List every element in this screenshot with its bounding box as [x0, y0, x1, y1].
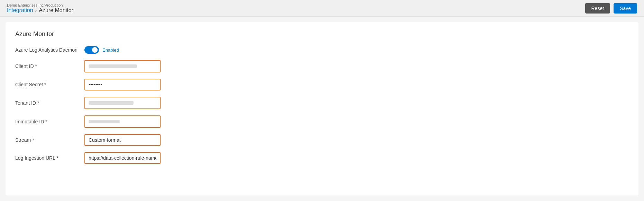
daemon-row: Azure Log Analytics Daemon Enabled: [15, 46, 629, 54]
daemon-status: Enabled: [102, 47, 119, 53]
client-secret-input[interactable]: [84, 79, 161, 90]
stream-row: Stream *: [15, 134, 629, 146]
daemon-label: Azure Log Analytics Daemon: [15, 47, 84, 53]
breadcrumb-separator: ›: [35, 8, 37, 13]
toggle-track: [84, 46, 99, 54]
client-id-input-box[interactable]: [84, 60, 161, 72]
client-id-row: Client ID *: [15, 60, 629, 72]
save-button[interactable]: Save: [614, 3, 637, 14]
log-url-input[interactable]: [84, 152, 161, 164]
client-secret-label: Client Secret *: [15, 82, 84, 87]
immutable-id-placeholder: [89, 120, 120, 123]
breadcrumb-current: Azure Monitor: [39, 7, 73, 14]
top-actions: Reset Save: [585, 3, 637, 14]
daemon-toggle-container: Enabled: [84, 46, 119, 54]
client-id-label: Client ID *: [15, 63, 84, 69]
form-section: Azure Log Analytics Daemon Enabled Clien…: [15, 46, 629, 170]
client-secret-row: Client Secret *: [15, 79, 629, 90]
stream-input[interactable]: [84, 134, 161, 146]
stream-label: Stream *: [15, 137, 84, 143]
page-title: Azure Monitor: [15, 30, 629, 38]
log-url-row: Log Ingestion URL *: [15, 152, 629, 164]
log-url-label: Log Ingestion URL *: [15, 155, 84, 161]
breadcrumb-section: Demo Enterprises Inc/Production Integrat…: [7, 3, 73, 14]
tenant-id-input-box[interactable]: [84, 97, 161, 109]
tenant-id-placeholder: [89, 101, 134, 105]
immutable-id-input-box[interactable]: [84, 115, 161, 128]
top-bar: Demo Enterprises Inc/Production Integrat…: [0, 0, 644, 17]
breadcrumb-link[interactable]: Integration: [7, 7, 33, 14]
org-name: Demo Enterprises Inc/Production: [7, 3, 73, 7]
toggle-thumb: [92, 47, 98, 53]
breadcrumb: Integration › Azure Monitor: [7, 7, 73, 14]
tenant-id-row: Tenant ID *: [15, 97, 629, 109]
daemon-toggle[interactable]: [84, 46, 99, 54]
tenant-id-label: Tenant ID *: [15, 100, 84, 106]
immutable-id-row: Immutable ID *: [15, 115, 629, 128]
main-content: Azure Monitor Azure Log Analytics Daemon…: [6, 22, 638, 195]
reset-button[interactable]: Reset: [585, 3, 610, 14]
immutable-id-label: Immutable ID *: [15, 119, 84, 124]
client-id-placeholder: [89, 64, 137, 68]
